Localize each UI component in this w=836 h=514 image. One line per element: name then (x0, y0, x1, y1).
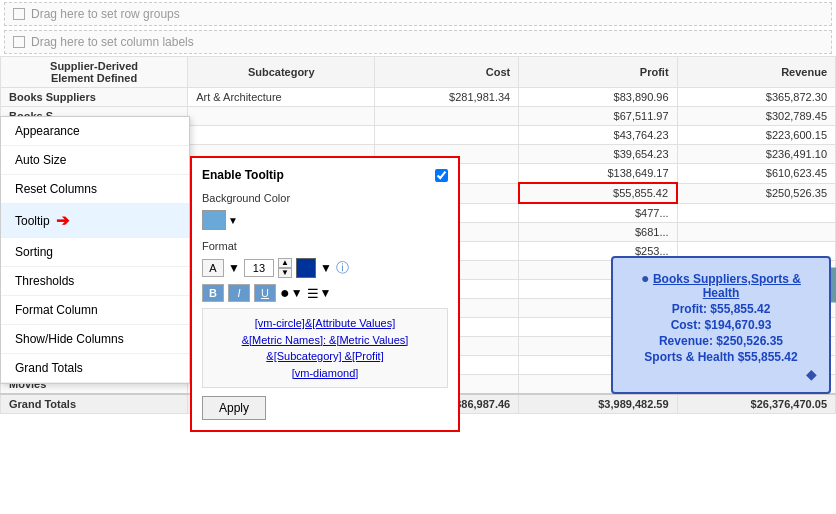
tooltip-settings-panel: Enable Tooltip Background Color ▼ Format… (190, 156, 460, 432)
bold-button[interactable]: B (202, 284, 224, 302)
font-color-swatch[interactable] (296, 258, 316, 278)
menu-label-tooltip: Tooltip (15, 214, 50, 228)
cell-profit: $477... (519, 203, 677, 223)
cell-revenue (677, 203, 835, 223)
menu-item-autosize[interactable]: Auto Size (1, 146, 189, 175)
menu-label-thresholds: Thresholds (15, 274, 74, 288)
cell-cost: $281,981.34 (375, 88, 519, 107)
menu-item-thresholds[interactable]: Thresholds (1, 267, 189, 296)
tooltip-profit: Profit: $55,855.42 (625, 302, 817, 316)
tooltip-footer: Sports & Health $55,855.42 (625, 350, 817, 364)
subcategory-tag[interactable]: &[Subcategory] &[Profit] (209, 348, 441, 365)
menu-item-formatcol[interactable]: Format Column (1, 296, 189, 325)
info-icon[interactable]: ⓘ (336, 259, 349, 277)
underline-button[interactable]: U (254, 284, 276, 302)
grand-totals-revenue: $26,376,470.05 (677, 394, 835, 414)
menu-label-appearance: Appearance (15, 124, 80, 138)
tooltip-enable-label: Enable Tooltip (202, 168, 284, 182)
arrow-right-icon: ➔ (56, 211, 69, 230)
grand-totals-profit: $3,989,482.59 (519, 394, 677, 414)
metric-names-tag[interactable]: &[Metric Names]: &[Metric Values] (209, 332, 441, 349)
cell-cost (375, 126, 519, 145)
drag-col-label: Drag here to set column labels (31, 35, 194, 49)
cell-subcategory (188, 126, 375, 145)
cell-profit: $681... (519, 223, 677, 242)
tooltip-popup: ● Books Suppliers,Sports & Health Profit… (611, 256, 831, 394)
format-row-2: B I U ● ▼ ☰ ▼ (202, 284, 448, 302)
col-header-revenue: Revenue (677, 57, 835, 88)
font-selector[interactable]: A (202, 259, 224, 277)
table-area: Supplier-DerivedElement Defined Subcateg… (0, 56, 836, 514)
vm-diamond-tag[interactable]: [vm-diamond] (209, 365, 441, 382)
cell-revenue: $302,789.45 (677, 107, 835, 126)
font-size-up[interactable]: ▲ (278, 258, 292, 268)
cell-revenue: $250,526.35 (677, 183, 835, 203)
menu-label-resetcols: Reset Columns (15, 182, 97, 196)
cell-revenue: $223,600.15 (677, 126, 835, 145)
format-row-1: A ▼ ▲ ▼ ▼ ⓘ (202, 258, 448, 278)
context-menu: Appearance Auto Size Reset Columns Toolt… (0, 116, 190, 384)
cell-revenue: $365,872.30 (677, 88, 835, 107)
main-container: Drag here to set row groups Drag here to… (0, 0, 836, 514)
text-color-dropdown[interactable]: ▼ (291, 286, 303, 300)
font-color-dropdown[interactable]: ▼ (320, 261, 332, 275)
cell-subcategory (188, 107, 375, 126)
menu-label-formatcol: Format Column (15, 303, 98, 317)
format-content[interactable]: [vm-circle]&[Attribute Values] &[Metric … (202, 308, 448, 388)
menu-label-grandtotals: Grand Totals (15, 361, 83, 375)
col-header-supplier: Supplier-DerivedElement Defined (1, 57, 188, 88)
col-header-subcategory: Subcategory (188, 57, 375, 88)
italic-button[interactable]: I (228, 284, 250, 302)
tooltip-enable-checkbox[interactable] (435, 169, 448, 182)
cell-profit: $138,649.17 (519, 164, 677, 184)
col-header-cost: Cost (375, 57, 519, 88)
cell-profit: $55,855.42 (519, 183, 677, 203)
tooltip-diamond: ◆ (625, 366, 817, 382)
cell-profit: $39,654.23 (519, 145, 677, 164)
menu-label-autosize: Auto Size (15, 153, 66, 167)
tooltip-settings-header: Enable Tooltip (202, 168, 448, 182)
cell-profit: $43,764.23 (519, 126, 677, 145)
bg-color-box[interactable] (202, 210, 226, 230)
drag-row-label: Drag here to set row groups (31, 7, 180, 21)
bg-color-control[interactable]: ▼ (202, 210, 448, 230)
text-color-control[interactable]: ● ▼ (280, 284, 303, 302)
cell-profit: $67,511.97 (519, 107, 677, 126)
menu-item-resetcols[interactable]: Reset Columns (1, 175, 189, 204)
bg-color-label: Background Color (202, 192, 448, 204)
cell-subcategory: Art & Architecture (188, 88, 375, 107)
menu-item-tooltip[interactable]: Tooltip ➔ (1, 204, 189, 238)
menu-item-showhide[interactable]: Show/Hide Columns (1, 325, 189, 354)
format-label: Format (202, 240, 448, 252)
drag-col-bar[interactable]: Drag here to set column labels (4, 30, 832, 54)
cell-revenue: $236,491.10 (677, 145, 835, 164)
align-control[interactable]: ☰ ▼ (307, 286, 332, 301)
tooltip-dot: ● (641, 270, 649, 286)
menu-item-sorting[interactable]: Sorting (1, 238, 189, 267)
tooltip-header[interactable]: Books Suppliers,Sports & Health (653, 272, 801, 300)
apply-button[interactable]: Apply (202, 396, 266, 420)
vm-circle-tag[interactable]: [vm-circle]&[Attribute Values] (209, 315, 441, 332)
align-dropdown[interactable]: ▼ (320, 286, 332, 300)
bg-color-section: Background Color ▼ (202, 192, 448, 230)
font-size-input[interactable] (244, 259, 274, 277)
cell-revenue (677, 223, 835, 242)
grand-totals-label: Grand Totals (1, 394, 188, 414)
bg-color-dropdown-arrow[interactable]: ▼ (228, 215, 238, 226)
format-section: Format A ▼ ▲ ▼ ▼ ⓘ B I (202, 240, 448, 388)
drag-row-checkbox (13, 8, 25, 20)
col-header-profit: Profit (519, 57, 677, 88)
cell-profit: $83,890.96 (519, 88, 677, 107)
font-size-down[interactable]: ▼ (278, 268, 292, 278)
font-dropdown-arrow[interactable]: ▼ (228, 261, 240, 275)
font-size-spinner[interactable]: ▲ ▼ (278, 258, 292, 278)
menu-label-showhide: Show/Hide Columns (15, 332, 124, 346)
cell-cost (375, 107, 519, 126)
tooltip-cost: Cost: $194,670.93 (625, 318, 817, 332)
cell-revenue: $610,623.45 (677, 164, 835, 184)
menu-item-grandtotals[interactable]: Grand Totals (1, 354, 189, 383)
drag-row-bar[interactable]: Drag here to set row groups (4, 2, 832, 26)
menu-item-appearance[interactable]: Appearance (1, 117, 189, 146)
table-row: Books Suppliers Art & Architecture $281,… (1, 88, 836, 107)
cell-supplier: Books Suppliers (1, 88, 188, 107)
